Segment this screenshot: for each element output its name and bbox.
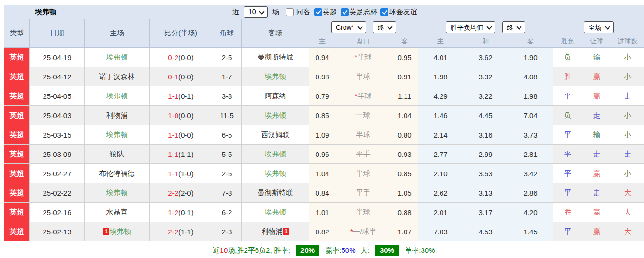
checkbox-icon[interactable] [314, 8, 322, 16]
eu-draw-odds: 3.16 [463, 125, 508, 145]
recent-count-select-wrap: 10 [244, 6, 268, 18]
home-team-name[interactable]: 埃弗顿 [106, 189, 128, 197]
away-team-name[interactable]: 利物浦 [261, 227, 282, 235]
handicap-result-cell: 赢 [582, 222, 611, 241]
league-badge[interactable]: 英超 [4, 67, 30, 86]
checkbox-icon[interactable] [341, 8, 349, 16]
odds-company-time-select[interactable]: 终 [373, 21, 396, 33]
score-cell: 1-1(0-1) [150, 86, 212, 106]
corners-cell: 2-3 [212, 222, 242, 241]
home-team-name[interactable]: 埃弗顿 [106, 130, 128, 138]
home-team-name[interactable]: 埃弗顿 [110, 227, 131, 235]
odds-company-select-wrap: Crow* [331, 21, 366, 33]
halftime-score: (0-1) [178, 208, 194, 216]
home-team-name[interactable]: 埃弗顿 [106, 92, 128, 100]
corners-cell: 6-2 [212, 203, 242, 222]
league-badge[interactable]: 英超 [4, 183, 30, 203]
red-card-badge: 1 [283, 228, 289, 235]
near-label: 近 [213, 246, 220, 254]
home-team-cell: 水晶宫 [85, 203, 150, 222]
filter-club-friendly[interactable]: 球会友谊 [380, 8, 417, 17]
away-team-name[interactable]: 阿森纳 [265, 92, 286, 100]
away-team-name[interactable]: 埃弗顿 [265, 208, 286, 216]
ah-line-cell: 半球 [335, 164, 391, 183]
handicap-result-cell: 走 [582, 106, 611, 125]
result-cell: 胜 [553, 203, 582, 222]
league-badge[interactable]: 英超 [4, 86, 30, 106]
away-team-name[interactable]: 西汉姆联 [261, 130, 290, 138]
table-row: 英超 25-02-22 埃弗顿 2-2(2-0) 7-8 曼彻斯特联 0.84 … [4, 183, 644, 203]
fulltime-score: 0-2 [168, 53, 178, 61]
match-date: 25-02-13 [30, 222, 85, 241]
away-team-name[interactable]: 埃弗顿 [265, 150, 286, 158]
ah-home-odds: 0.94 [309, 48, 335, 67]
corners-cell: 7-8 [212, 183, 242, 203]
ah-line: 半球 [356, 130, 371, 138]
home-team-cell: 埃弗顿 [85, 125, 150, 145]
fulltime-score: 0-1 [168, 73, 178, 81]
home-team-name[interactable]: 布伦特福德 [99, 169, 135, 177]
filter-fa-cup[interactable]: 英足总杯 [341, 8, 378, 17]
away-team-name[interactable]: 埃弗顿 [265, 72, 286, 80]
ah-line-cell: *一/球半 [335, 222, 391, 241]
eu-home-odds: 4.01 [418, 48, 463, 67]
handicap-result-cell: 赢 [582, 203, 611, 222]
score-cell: 1-0(0-0) [150, 106, 212, 125]
eu-away-odds: 4.08 [508, 67, 553, 86]
eu-draw-odds: 4.53 [463, 222, 508, 241]
league-badge[interactable]: 英超 [4, 106, 30, 125]
goals-result-cell: 走 [611, 86, 644, 106]
corners-cell: 3-8 [212, 86, 242, 106]
home-team-name[interactable]: 狼队 [110, 150, 124, 158]
league-badge[interactable]: 英超 [4, 203, 30, 222]
league-badge[interactable]: 英超 [4, 145, 30, 164]
scope-select-wrap: 全场 [584, 21, 614, 33]
filter-premier-league[interactable]: 英超 [314, 8, 337, 17]
handicap-result-cell: 赢 [582, 164, 611, 183]
score-cell: 1-1(1-0) [150, 164, 212, 183]
home-team-name[interactable]: 埃弗顿 [106, 53, 128, 61]
away-team-name[interactable]: 埃弗顿 [265, 111, 286, 119]
corners-cell: 2-5 [212, 48, 242, 67]
checkbox-icon[interactable] [380, 8, 388, 16]
away-team-name[interactable]: 曼彻斯特城 [258, 53, 293, 61]
ah-line: 一/球半 [353, 227, 376, 235]
home-team-name[interactable]: 利物浦 [106, 111, 128, 119]
subcol-ah-home: 主 [309, 35, 335, 48]
league-badge[interactable]: 英超 [4, 48, 30, 67]
away-team-name[interactable]: 埃弗顿 [265, 169, 286, 177]
table-row: 英超 25-04-12 诺丁汉森林 0-1(0-0) 1-7 埃弗顿 0.98 … [4, 67, 644, 86]
handicap-result-cell: 赢 [582, 67, 611, 86]
filter-same-opponent[interactable]: 同客 [286, 8, 310, 17]
home-team-cell: 埃弗顿 [85, 183, 150, 203]
recent-count-select[interactable]: 10 [244, 6, 268, 18]
corners-cell: 6-5 [212, 125, 242, 145]
away-team-name[interactable]: 曼彻斯特联 [258, 189, 293, 197]
big-rate-badge: 30% [375, 245, 399, 256]
away-team-cell: 曼彻斯特联 [242, 183, 309, 203]
home-team-name[interactable]: 水晶宫 [106, 208, 128, 216]
ah-away-odds: 1.04 [391, 106, 418, 125]
match-date: 25-04-19 [30, 48, 85, 67]
col-away: 客场 [242, 19, 309, 48]
big-label: 大: [361, 246, 370, 254]
eu-away-odds: 2.81 [508, 145, 553, 164]
fulltime-score: 1-1 [168, 92, 178, 100]
goals-result-cell: 小 [611, 106, 644, 125]
odds-company-select[interactable]: Crow* [331, 21, 366, 33]
red-card-badge: 1 [103, 228, 109, 235]
halftime-score: (0-0) [178, 131, 194, 139]
scope-select[interactable]: 全场 [584, 21, 614, 33]
table-row: 英超 25-02-13 1埃弗顿 2-2(1-1) 2-3 利物浦1 0.82 … [4, 222, 644, 241]
league-badge[interactable]: 英超 [4, 164, 30, 183]
europe-odds-time-select[interactable]: 终 [502, 21, 525, 33]
europe-odds-type-select[interactable]: 胜平负均值 [446, 21, 495, 33]
league-badge[interactable]: 英超 [4, 125, 30, 145]
home-team-name[interactable]: 诺丁汉森林 [99, 72, 135, 80]
ah-line: 一球 [356, 111, 371, 119]
checkbox-icon[interactable] [286, 8, 294, 16]
league-badge[interactable]: 英超 [4, 222, 30, 241]
ah-home-odds: 0.85 [309, 106, 335, 125]
away-team-cell: 埃弗顿 [242, 145, 309, 164]
eu-home-odds: 7.03 [418, 222, 463, 241]
